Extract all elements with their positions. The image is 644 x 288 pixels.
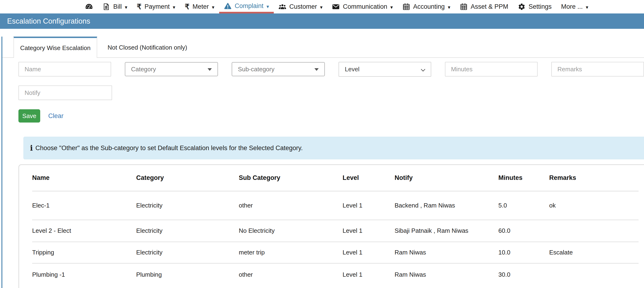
- column-header-remarks: Remarks: [549, 165, 638, 191]
- form-row-2: [18, 85, 644, 100]
- chevron-down-icon: [586, 3, 588, 10]
- table-row[interactable]: Level 2 - Elect Electricity No Electrici…: [32, 220, 638, 242]
- nav-item-communication[interactable]: Communication: [327, 0, 398, 13]
- name-input[interactable]: [18, 62, 111, 76]
- chevron-down-icon: [320, 3, 323, 10]
- cell-notify: Backend , Ram Niwas: [394, 191, 498, 220]
- chevron-down-icon: [173, 3, 176, 10]
- cell-minutes: 5.0: [498, 191, 549, 220]
- minutes-input[interactable]: [445, 62, 538, 76]
- escalation-form: Category Sub-category Level Save Clear: [2, 62, 644, 123]
- chevron-down-icon: [212, 3, 214, 10]
- info-icon: [30, 144, 36, 152]
- nav-label: Customer: [289, 3, 317, 10]
- nav-item-dashboard[interactable]: [80, 0, 98, 13]
- clear-link[interactable]: Clear: [48, 112, 64, 120]
- chevron-down-icon: [448, 3, 450, 10]
- column-header-sub-category: Sub Category: [239, 165, 342, 191]
- form-actions: Save Clear: [18, 109, 644, 123]
- cell-name: Tripping: [32, 242, 136, 263]
- column-header-name: Name: [32, 165, 136, 191]
- table-row[interactable]: Elec-1 Electricity other Level 1 Backend…: [32, 191, 638, 220]
- notify-input[interactable]: [18, 85, 112, 100]
- nav-label: Asset & PPM: [471, 3, 508, 10]
- cell-level: Level 1: [342, 242, 394, 263]
- escalations-table: Name Category Sub Category Level Notify …: [32, 165, 638, 286]
- save-button[interactable]: Save: [18, 109, 40, 123]
- nav-item-customer[interactable]: Customer: [274, 0, 328, 13]
- nav-item-accounting[interactable]: Accounting: [398, 0, 455, 13]
- nav-label: Bill: [113, 3, 122, 10]
- cell-notify: Sibaji Patnaik , Ram Niwas: [394, 220, 498, 242]
- nav-item-settings[interactable]: Settings: [513, 0, 556, 13]
- nav-label: Accounting: [413, 3, 445, 10]
- cell-sub-category: other: [239, 191, 342, 220]
- bill-document-icon: [102, 3, 110, 11]
- chevron-down-icon: [266, 2, 269, 10]
- cell-minutes: 30.0: [498, 263, 549, 286]
- chevron-down-icon: [421, 67, 425, 71]
- nav-label: More ...: [561, 3, 583, 10]
- gear-icon: [518, 3, 526, 11]
- cell-category: Electricity: [136, 191, 239, 220]
- level-select-value: Level: [345, 66, 359, 73]
- info-alert: Choose "Other" as the Sub-category to se…: [24, 137, 644, 159]
- warning-triangle-icon: [224, 2, 232, 10]
- cell-notify: Ram Niwas: [394, 263, 498, 286]
- nav-label: Settings: [529, 3, 552, 10]
- cell-remarks: [549, 263, 638, 286]
- table-row[interactable]: Tripping Electricity meter trip Level 1 …: [32, 242, 638, 263]
- chevron-down-icon: [125, 3, 128, 10]
- rupee-icon: [185, 2, 189, 11]
- nav-item-more[interactable]: More ...: [556, 0, 593, 13]
- nav-label: Communication: [343, 3, 387, 10]
- nav-label: Meter: [192, 3, 209, 10]
- tab-label: Category Wise Escalation: [20, 44, 90, 52]
- nav-label: Payment: [144, 3, 170, 10]
- column-header-minutes: Minutes: [498, 165, 549, 191]
- form-row-1: Category Sub-category Level: [18, 62, 644, 77]
- nav-label: Complaint: [235, 2, 264, 10]
- cell-level: Level 1: [342, 220, 394, 242]
- dropdown-arrow-icon: [314, 68, 319, 71]
- cell-name: Level 2 - Elect: [32, 220, 136, 242]
- column-header-level: Level: [342, 165, 394, 191]
- calendar-icon: [402, 3, 410, 11]
- cell-name: Elec-1: [32, 191, 136, 220]
- nav-item-asset-ppm[interactable]: Asset & PPM: [455, 0, 513, 13]
- table-header-row: Name Category Sub Category Level Notify …: [32, 165, 638, 191]
- info-alert-text: Choose "Other" as the Sub-category to se…: [36, 144, 303, 152]
- cell-sub-category: No Electricity: [239, 220, 342, 242]
- calendar-icon: [460, 3, 468, 11]
- column-header-category: Category: [136, 165, 239, 191]
- table-row[interactable]: Plumbing -1 Plumbing other Level 1 Ram N…: [32, 263, 638, 286]
- subcategory-dropdown[interactable]: Sub-category: [232, 62, 325, 76]
- nav-item-meter[interactable]: Meter: [180, 0, 219, 13]
- category-dropdown[interactable]: Category: [125, 62, 218, 76]
- cell-remarks: [549, 220, 638, 242]
- tab-not-closed[interactable]: Not Closed (Notification only): [97, 37, 198, 57]
- cell-minutes: 60.0: [498, 220, 549, 242]
- page-title: Escalation Configurations: [7, 17, 90, 25]
- cell-minutes: 10.0: [498, 242, 549, 263]
- level-select[interactable]: Level: [338, 62, 431, 77]
- cell-notify: Ram Niwas: [394, 242, 498, 263]
- cell-remarks: ok: [549, 191, 638, 220]
- cell-level: Level 1: [342, 191, 394, 220]
- cell-category: Electricity: [136, 242, 239, 263]
- cell-category: Electricity: [136, 220, 239, 242]
- tab-label: Not Closed (Notification only): [108, 44, 187, 51]
- cell-name: Plumbing -1: [32, 263, 136, 286]
- gauge-icon: [85, 3, 93, 11]
- escalations-table-panel: Name Category Sub Category Level Notify …: [18, 164, 644, 288]
- tab-strip: Category Wise Escalation Not Closed (Not…: [2, 37, 644, 58]
- dropdown-arrow-icon: [208, 68, 212, 71]
- remarks-input[interactable]: [551, 62, 644, 76]
- tab-category-wise-escalation[interactable]: Category Wise Escalation: [14, 37, 97, 58]
- nav-item-complaint[interactable]: Complaint: [219, 0, 274, 13]
- cell-sub-category: other: [239, 263, 342, 286]
- nav-item-bill[interactable]: Bill: [98, 0, 132, 13]
- column-header-notify: Notify: [394, 165, 498, 191]
- nav-item-payment[interactable]: Payment: [132, 0, 180, 13]
- cell-category: Plumbing: [136, 263, 239, 286]
